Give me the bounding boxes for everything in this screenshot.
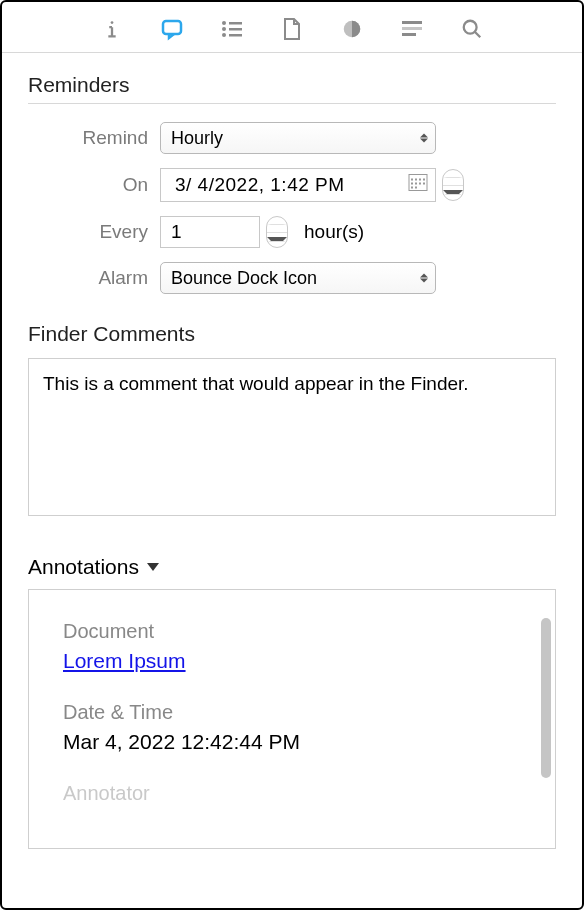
svg-rect-12 bbox=[402, 21, 422, 24]
svg-point-9 bbox=[222, 33, 226, 37]
svg-point-15 bbox=[464, 21, 477, 34]
svg-rect-18 bbox=[411, 179, 413, 181]
svg-rect-20 bbox=[419, 179, 421, 181]
annotation-datetime-value: Mar 4, 2022 12:42:44 PM bbox=[63, 730, 521, 754]
annotations-heading[interactable]: Annotations bbox=[28, 555, 556, 579]
every-unit: hour(s) bbox=[304, 221, 364, 243]
on-date-input[interactable]: 3/ 4/2022, 1:42 PM bbox=[160, 168, 436, 202]
svg-rect-19 bbox=[415, 179, 417, 181]
info-icon[interactable] bbox=[99, 16, 125, 42]
comment-icon[interactable] bbox=[159, 16, 185, 42]
svg-rect-22 bbox=[411, 183, 413, 185]
svg-rect-27 bbox=[415, 187, 417, 189]
svg-rect-21 bbox=[423, 179, 425, 181]
lines-icon[interactable] bbox=[399, 16, 425, 42]
reminders-heading: Reminders bbox=[28, 73, 556, 97]
disclosure-caret-icon bbox=[147, 563, 159, 571]
svg-rect-8 bbox=[229, 28, 242, 31]
every-input[interactable]: 1 bbox=[160, 216, 260, 248]
document-icon[interactable] bbox=[279, 16, 305, 42]
calendar-icon[interactable] bbox=[408, 174, 428, 197]
stepper-down-icon[interactable] bbox=[443, 186, 463, 201]
on-label: On bbox=[28, 174, 160, 196]
svg-rect-25 bbox=[423, 183, 425, 185]
every-stepper[interactable] bbox=[266, 216, 288, 248]
svg-rect-14 bbox=[402, 33, 416, 36]
divider bbox=[28, 103, 556, 104]
every-label: Every bbox=[28, 221, 160, 243]
svg-point-5 bbox=[222, 21, 226, 25]
date-stepper[interactable] bbox=[442, 169, 464, 201]
annotation-document-link[interactable]: Lorem Ipsum bbox=[63, 649, 186, 672]
comments-textarea[interactable] bbox=[28, 358, 556, 516]
stepper-up-icon[interactable] bbox=[443, 170, 463, 186]
remind-select[interactable]: Hourly bbox=[160, 122, 436, 154]
svg-line-16 bbox=[475, 32, 481, 38]
svg-rect-10 bbox=[229, 34, 242, 37]
svg-point-0 bbox=[111, 21, 114, 24]
svg-rect-23 bbox=[415, 183, 417, 185]
remind-label: Remind bbox=[28, 127, 160, 149]
search-icon[interactable] bbox=[459, 16, 485, 42]
list-icon[interactable] bbox=[219, 16, 245, 42]
annotation-document-label: Document bbox=[63, 620, 521, 643]
annotations-panel: Document Lorem Ipsum Date & Time Mar 4, … bbox=[28, 589, 556, 849]
svg-rect-6 bbox=[229, 22, 242, 25]
scrollbar[interactable] bbox=[541, 618, 551, 778]
inspector-toolbar bbox=[2, 2, 582, 53]
stepper-up-icon[interactable] bbox=[267, 217, 287, 233]
comments-heading: Finder Comments bbox=[28, 322, 556, 346]
contrast-icon[interactable] bbox=[339, 16, 365, 42]
annotation-datetime-label: Date & Time bbox=[63, 701, 521, 724]
alarm-label: Alarm bbox=[28, 267, 160, 289]
svg-rect-26 bbox=[411, 187, 413, 189]
svg-rect-13 bbox=[402, 27, 422, 30]
svg-point-7 bbox=[222, 27, 226, 31]
svg-rect-4 bbox=[163, 21, 181, 34]
stepper-down-icon[interactable] bbox=[267, 233, 287, 248]
svg-rect-24 bbox=[419, 183, 421, 185]
alarm-select[interactable]: Bounce Dock Icon bbox=[160, 262, 436, 294]
annotation-annotator-label: Annotator bbox=[63, 782, 521, 805]
